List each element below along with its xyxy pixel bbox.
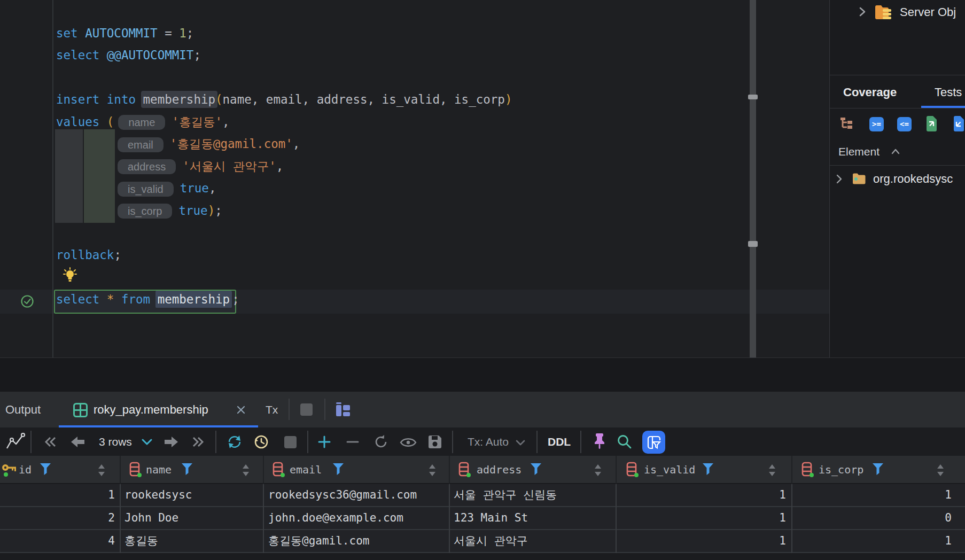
table-row[interactable]: 4 홍길동 홍길동@gamil.com 서울시 관악구 1 1 xyxy=(0,530,965,552)
cell-address[interactable]: 서울시 관악구 xyxy=(454,530,614,552)
cell-email[interactable]: rookedsysc36@gmail.com xyxy=(268,484,447,506)
pin-icon[interactable] xyxy=(592,433,607,451)
cell-is-valid[interactable]: 1 xyxy=(641,484,786,506)
cell-name[interactable]: rookedsysc xyxy=(124,484,261,506)
column-header-id[interactable]: id xyxy=(19,456,32,484)
export-file-blue-icon[interactable] xyxy=(952,116,965,131)
sql-editor[interactable]: set AUTOCOMMIT = 1; select @@AUTOCOMMIT;… xyxy=(0,0,829,357)
column-icon xyxy=(273,462,286,478)
refresh-icon[interactable] xyxy=(227,434,243,450)
filter-funnel-icon[interactable] xyxy=(702,463,714,476)
cell-id[interactable]: 1 xyxy=(0,484,115,506)
chevron-up-icon[interactable] xyxy=(891,147,900,157)
add-row-icon[interactable] xyxy=(317,435,331,449)
chart-icon[interactable] xyxy=(5,433,26,451)
first-page-icon[interactable] xyxy=(44,436,57,448)
cell-address[interactable]: 123 Main St xyxy=(454,507,614,529)
sort-arrows-icon[interactable] xyxy=(242,464,250,477)
intention-bulb-icon[interactable] xyxy=(61,267,79,283)
cell-is-valid[interactable]: 1 xyxy=(641,530,786,552)
test-hierarchy-icon[interactable] xyxy=(840,117,854,131)
column-header-email[interactable]: email xyxy=(290,456,322,484)
code-line-6[interactable]: email'홍길동@gamil.com', xyxy=(56,133,300,155)
cell-id[interactable]: 2 xyxy=(0,507,115,529)
cell-email[interactable]: john.doe@example.com xyxy=(268,507,447,529)
code-line-7[interactable]: address'서울시 관악구', xyxy=(56,155,283,178)
code-line-2[interactable]: select @@AUTOCOMMIT; xyxy=(56,44,201,67)
table-row[interactable]: 1 rookedsysc rookedsysc36@gmail.com 서울 관… xyxy=(0,484,965,506)
code-line-11[interactable]: rollback; xyxy=(56,244,121,267)
column-icon xyxy=(801,462,815,478)
filter-funnel-icon[interactable] xyxy=(181,463,193,476)
cell-name[interactable]: 홍길동 xyxy=(124,530,261,552)
row-count-label[interactable]: 3 rows xyxy=(99,427,132,456)
table-row[interactable]: 2 John Doe john.doe@example.com 123 Main… xyxy=(0,507,965,529)
chevron-down-icon[interactable] xyxy=(515,439,526,446)
console-output-icon[interactable]: >= xyxy=(869,117,884,131)
column-header-address[interactable]: address xyxy=(477,456,522,484)
filter-funnel-icon[interactable] xyxy=(530,463,542,476)
cell-name[interactable]: John Doe xyxy=(124,507,261,529)
tab-coverage[interactable]: Coverage xyxy=(843,76,897,108)
next-page-icon[interactable] xyxy=(164,435,178,448)
param-hint-is-corp: is_corp xyxy=(118,204,172,219)
search-icon[interactable] xyxy=(616,433,633,450)
code-line-13[interactable]: select * from membership; xyxy=(56,289,239,311)
tab-result-grid[interactable]: roky_pay.membership xyxy=(94,392,208,427)
sort-arrows-icon[interactable] xyxy=(97,464,106,477)
cell-is-valid[interactable]: 1 xyxy=(641,507,786,529)
layout-settings-icon[interactable] xyxy=(336,402,351,417)
sort-arrows-icon[interactable] xyxy=(428,464,437,477)
code-line-9[interactable]: is_corptrue); xyxy=(56,200,222,222)
last-page-icon[interactable] xyxy=(192,436,205,448)
cell-address[interactable]: 서울 관악구 신림동 xyxy=(454,484,614,506)
column-header-is-corp[interactable]: is_corp xyxy=(819,456,863,484)
chevron-down-icon[interactable] xyxy=(141,438,153,446)
primary-key-icon xyxy=(1,463,17,478)
param-hint-is-valid: is_valid xyxy=(118,182,174,197)
element-column-header[interactable]: Element xyxy=(838,139,880,165)
cell-is-corp[interactable]: 0 xyxy=(801,507,952,529)
ddl-button[interactable]: DDL xyxy=(548,427,571,456)
code-line-1[interactable]: set AUTOCOMMIT = 1; xyxy=(56,22,193,45)
editor-scrollbar[interactable] xyxy=(750,0,756,357)
filter-funnel-icon[interactable] xyxy=(40,463,51,476)
column-header-is-valid[interactable]: is_valid xyxy=(644,456,695,484)
tab-output[interactable]: Output xyxy=(5,392,41,427)
close-tab-icon[interactable] xyxy=(236,405,246,415)
save-icon[interactable] xyxy=(427,434,442,449)
tab-tests[interactable]: Tests xyxy=(935,76,962,108)
tx-mode-label[interactable]: Tx: Auto xyxy=(468,427,509,456)
code-line-8[interactable]: is_validtrue, xyxy=(56,177,216,200)
column-header-name[interactable]: name xyxy=(146,456,172,484)
export-file-green-icon[interactable] xyxy=(925,116,938,131)
revert-icon[interactable] xyxy=(374,434,388,449)
filter-funnel-icon[interactable] xyxy=(872,463,884,476)
panel-gap-band xyxy=(0,357,965,392)
sort-arrows-icon[interactable] xyxy=(768,464,776,477)
preview-eye-icon[interactable] xyxy=(400,437,417,448)
tab-tx[interactable]: Tx xyxy=(266,392,278,427)
cell-is-corp[interactable]: 1 xyxy=(801,530,952,552)
table-result-icon xyxy=(73,403,88,417)
sort-arrows-icon[interactable] xyxy=(594,464,602,477)
cell-is-corp[interactable]: 1 xyxy=(801,484,952,506)
sort-arrows-icon[interactable] xyxy=(936,464,945,477)
cell-id[interactable]: 4 xyxy=(0,530,115,552)
statement-success-icon xyxy=(20,294,34,308)
console-input-icon[interactable]: <= xyxy=(897,117,912,131)
code-line-4[interactable]: insert into membership(name, email, addr… xyxy=(56,89,512,111)
filter-funnel-icon[interactable] xyxy=(332,463,344,476)
previous-page-icon[interactable] xyxy=(71,435,85,448)
code-line-5[interactable]: values (name'홍길동', xyxy=(56,111,230,134)
remove-row-icon[interactable] xyxy=(346,435,360,449)
package-folder-icon xyxy=(852,173,867,185)
param-hint-address: address xyxy=(118,159,176,174)
package-tree-item[interactable]: org.rookedsysc xyxy=(873,167,953,191)
chevron-right-icon[interactable] xyxy=(856,6,868,18)
local-history-icon[interactable] xyxy=(252,434,269,450)
server-objects-label[interactable]: Server Obj xyxy=(900,0,956,25)
cell-email[interactable]: 홍길동@gamil.com xyxy=(268,530,447,552)
filter-view-button[interactable] xyxy=(642,431,665,454)
chevron-right-icon[interactable] xyxy=(834,174,844,184)
